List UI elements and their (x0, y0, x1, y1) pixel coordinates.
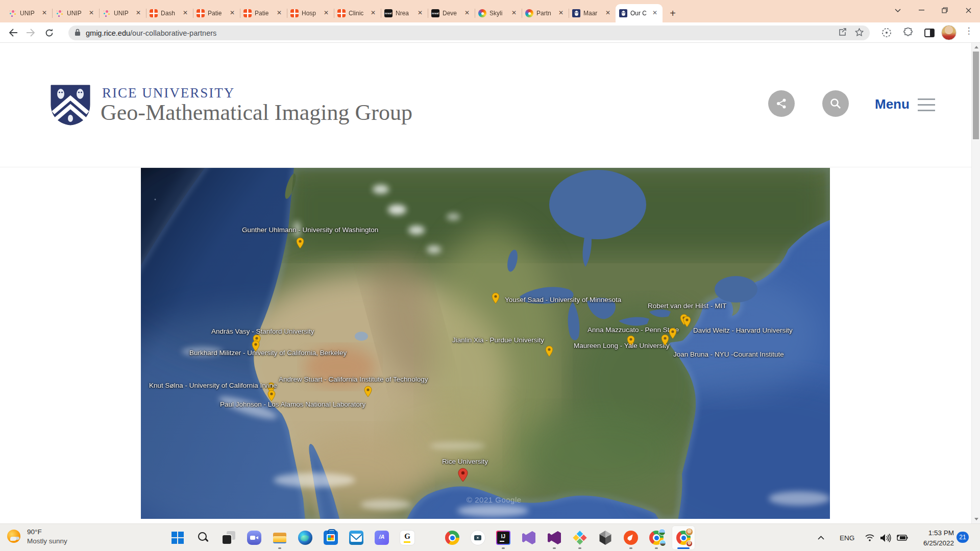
map-pin-rice[interactable] (458, 468, 468, 484)
wifi-icon[interactable] (865, 524, 875, 551)
chrome-photos-taskbar-button[interactable] (646, 525, 667, 550)
tab-close-icon[interactable]: ✕ (228, 9, 236, 17)
search-button[interactable] (822, 90, 849, 117)
notification-count-badge[interactable]: 21 (957, 532, 969, 543)
weather-widget[interactable]: 90°F Mostly sunny (6, 528, 67, 546)
tab-close-icon[interactable]: ✕ (275, 9, 283, 17)
search-taskbar-button[interactable] (193, 525, 213, 550)
minimize-button[interactable] (910, 0, 933, 20)
tab-close-icon[interactable]: ✕ (510, 9, 518, 17)
tab-unip[interactable]: UNIP✕ (52, 4, 99, 22)
slash-a-app-taskbar-button[interactable]: /A (372, 525, 392, 550)
page-scrollbar[interactable] (971, 43, 980, 523)
share-page-icon[interactable] (838, 28, 847, 38)
chrome-taskbar-button[interactable] (442, 525, 462, 550)
camera-app-taskbar-button[interactable] (468, 525, 488, 550)
intellij-taskbar-button[interactable]: IJ (493, 525, 513, 550)
tab-patie[interactable]: Patie✕ (193, 4, 240, 22)
microsoft-store-icon (324, 531, 338, 545)
tab-hosp[interactable]: Hosp✕ (287, 4, 334, 22)
unity-taskbar-button[interactable] (595, 525, 616, 550)
tab-skyli[interactable]: Skyli✕ (475, 4, 522, 22)
teams-chat-icon (247, 531, 261, 545)
tab-title: Deve (443, 10, 463, 17)
tray-language[interactable]: ENG (840, 524, 854, 551)
tab-close-icon[interactable]: ✕ (463, 9, 471, 17)
g-app-taskbar-button[interactable]: G (397, 525, 418, 550)
tab-close-icon[interactable]: ✕ (651, 9, 659, 17)
map-pin-los-alamos[interactable] (364, 386, 372, 399)
partners-map[interactable]: Gunther Uhlmann - University of Washingt… (141, 168, 830, 519)
scrollbar-thumb[interactable] (973, 52, 979, 139)
close-window-button[interactable] (957, 0, 980, 20)
tab-patie[interactable]: Patie✕ (240, 4, 287, 22)
tab-close-icon[interactable]: ✕ (40, 9, 48, 17)
tab-unip[interactable]: UNIP✕ (5, 4, 52, 22)
tab-title: Dash (161, 10, 181, 17)
chrome-active-taskbar-button[interactable] (672, 525, 695, 550)
orange-pen-taskbar-button[interactable] (621, 525, 641, 550)
side-panel-icon[interactable] (921, 24, 938, 41)
tab-maar[interactable]: Maar✕ (569, 4, 616, 22)
tab-partn[interactable]: Partn✕ (522, 4, 569, 22)
tab-dash[interactable]: Dash✕ (146, 4, 193, 22)
running-indicator (655, 547, 658, 549)
tab-close-icon[interactable]: ✕ (604, 9, 612, 17)
tab-our-c[interactable]: Our C✕ (616, 4, 663, 22)
tab-title: UNIP (67, 10, 87, 17)
mail-taskbar-button[interactable] (346, 525, 366, 550)
visual-studio-dark-taskbar-button[interactable] (544, 525, 565, 550)
tab-nrea[interactable]: nrealNrea✕ (381, 4, 428, 22)
forward-button[interactable] (22, 24, 39, 41)
map-pin-nyu[interactable] (661, 334, 669, 348)
tray-chevron-up-icon[interactable] (818, 524, 824, 551)
restore-button[interactable] (933, 0, 957, 20)
tab-close-icon[interactable]: ✕ (369, 9, 377, 17)
edge-taskbar-button[interactable] (295, 525, 315, 550)
task-view-taskbar-button[interactable] (218, 525, 239, 550)
tab-search-chevron-icon[interactable] (886, 0, 910, 20)
map-pin-harvard[interactable] (683, 316, 691, 330)
file-explorer-taskbar-button[interactable] (270, 525, 290, 550)
tab-deve[interactable]: nrealDeve✕ (428, 4, 475, 22)
color-diamond-taskbar-button[interactable] (570, 525, 590, 550)
map-pin-purdue[interactable] (545, 345, 553, 359)
map-pin-minnesota[interactable] (492, 292, 500, 306)
battery-charging-icon[interactable] (896, 524, 908, 551)
edge-icon (298, 531, 312, 545)
volume-icon[interactable] (880, 524, 891, 551)
menu-label[interactable]: Menu (875, 96, 910, 112)
teams-chat-taskbar-button[interactable] (244, 525, 264, 550)
back-button[interactable] (5, 24, 21, 41)
circle-dashed-icon[interactable] (878, 24, 895, 41)
tab-close-icon[interactable]: ✕ (87, 9, 95, 17)
tab-title: UNIP (20, 10, 40, 17)
tab-close-icon[interactable]: ✕ (557, 9, 565, 17)
orange-favicon (197, 9, 205, 17)
map-marker-label-washington: Gunther Uhlmann - University of Washingt… (242, 226, 378, 234)
address-bar[interactable]: gmig.rice.edu/our-collaborative-partners (68, 26, 870, 40)
lock-icon[interactable] (75, 29, 81, 38)
share-button[interactable] (768, 90, 795, 117)
extensions-puzzle-icon[interactable] (899, 24, 917, 41)
tab-title: Hosp (302, 10, 322, 17)
hamburger-menu-icon[interactable] (918, 98, 935, 115)
tab-close-icon[interactable]: ✕ (134, 9, 142, 17)
map-pin-yale[interactable] (669, 328, 677, 341)
tab-close-icon[interactable]: ✕ (322, 9, 330, 17)
browser-menu-kebab-icon[interactable]: ⋮ (964, 26, 974, 36)
reload-button[interactable] (41, 24, 57, 41)
microsoft-store-taskbar-button[interactable] (321, 525, 341, 550)
profile-avatar[interactable] (941, 25, 957, 40)
bookmark-star-icon[interactable] (855, 28, 864, 38)
tab-unip[interactable]: UNIP✕ (99, 4, 146, 22)
visual-studio-taskbar-button[interactable] (519, 525, 539, 550)
map-marker-label-caltech: Andrew Stuart - California Institute of … (279, 375, 428, 383)
start-taskbar-button[interactable] (167, 525, 188, 550)
tab-clinic[interactable]: Clinic✕ (334, 4, 381, 22)
tab-close-icon[interactable]: ✕ (416, 9, 424, 17)
tab-close-icon[interactable]: ✕ (181, 9, 189, 17)
map-pin-washington[interactable] (296, 237, 304, 251)
new-tab-button[interactable]: + (666, 6, 680, 20)
tray-clock[interactable]: 1:53 PM 6/25/2022 (915, 528, 954, 548)
